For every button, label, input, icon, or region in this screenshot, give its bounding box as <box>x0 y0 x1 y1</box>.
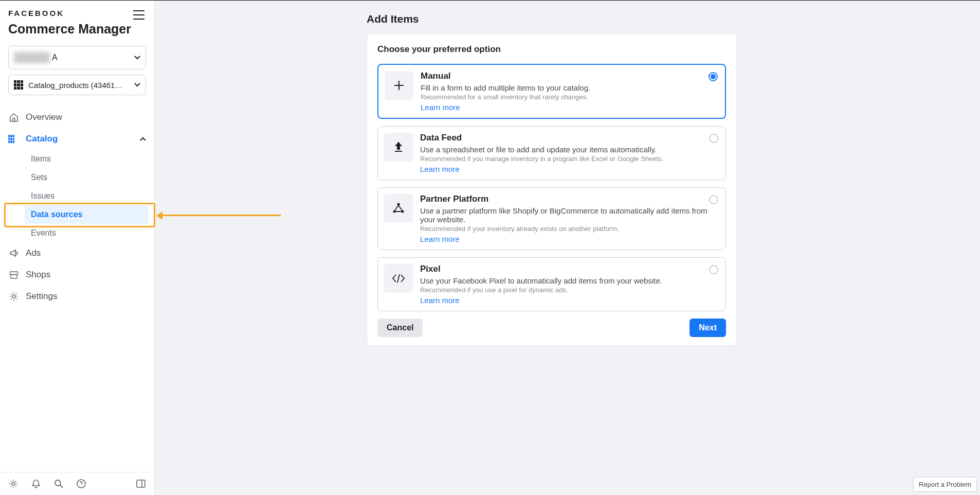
option-title: Partner Platform <box>420 194 719 204</box>
sidebar-footer <box>0 472 154 495</box>
page-title: Add Items <box>155 1 980 25</box>
sidebar-item-settings[interactable]: Settings <box>0 286 154 307</box>
catalog-submenu: Items Sets Issues Data sources Events <box>0 150 154 242</box>
main-content: Add Items Choose your preferred option M… <box>155 1 980 495</box>
svg-point-1 <box>12 482 15 485</box>
megaphone-icon <box>8 247 20 259</box>
caret-down-icon <box>134 56 140 60</box>
option-pixel[interactable]: Pixel Use your Facebook Pixel to automat… <box>377 257 726 311</box>
sidebar-nav: Overview Catalog Items Sets Issues Data … <box>0 107 154 472</box>
account-suffix: A <box>52 53 58 62</box>
sidebar-item-label: Shops <box>26 270 50 280</box>
sidebar-subitem-events[interactable]: Events <box>25 224 148 242</box>
option-desc: Use your Facebook Pixel to automatically… <box>420 276 719 285</box>
option-learn-more[interactable]: Learn more <box>420 296 719 305</box>
sidebar-item-label: Overview <box>26 112 62 122</box>
sidebar-subitem-label: Events <box>31 228 56 237</box>
sidebar-subitem-issues[interactable]: Issues <box>25 187 148 205</box>
sidebar-subitem-data-sources[interactable]: Data sources <box>25 205 148 224</box>
option-title: Pixel <box>420 264 719 274</box>
home-icon <box>8 112 20 123</box>
sidebar: FACEBOOK Commerce Manager A Catalog_prod… <box>0 1 155 495</box>
option-desc: Use a partner platform like Shopify or B… <box>420 206 719 224</box>
option-partner-platform[interactable]: Partner Platform Use a partner platform … <box>377 187 726 250</box>
hamburger-menu-icon[interactable] <box>132 8 146 22</box>
sidebar-item-label: Catalog <box>26 134 58 144</box>
next-button[interactable]: Next <box>689 319 726 337</box>
account-selector[interactable]: A <box>8 46 146 69</box>
option-desc: Use a spreadsheet or file to add and upd… <box>420 145 719 154</box>
sidebar-item-label: Ads <box>26 248 41 258</box>
radio[interactable] <box>709 134 718 143</box>
gear-icon[interactable] <box>7 478 20 490</box>
option-data-feed[interactable]: Data Feed Use a spreadsheet or file to a… <box>377 126 726 180</box>
option-manual[interactable]: Manual Fill in a form to add multiple it… <box>377 64 726 119</box>
sidebar-subitem-label: Data sources <box>31 210 83 219</box>
plus-icon <box>385 71 413 100</box>
radio[interactable] <box>709 195 718 204</box>
option-title: Manual <box>421 71 719 81</box>
svg-point-2 <box>55 480 61 486</box>
sidebar-subitem-label: Items <box>31 154 51 163</box>
option-title: Data Feed <box>420 133 719 143</box>
code-icon <box>384 264 413 293</box>
sidebar-subitem-label: Issues <box>31 191 55 200</box>
chevron-up-icon <box>140 137 146 141</box>
cancel-button[interactable]: Cancel <box>377 319 423 337</box>
svg-rect-4 <box>137 480 145 487</box>
sidebar-subitem-sets[interactable]: Sets <box>25 168 148 187</box>
radio[interactable] <box>709 265 718 274</box>
gear-icon <box>8 291 20 302</box>
sidebar-item-shops[interactable]: Shops <box>0 264 154 286</box>
option-learn-more[interactable]: Learn more <box>421 103 719 112</box>
catalog-icon <box>8 133 20 145</box>
account-name-blurred <box>14 52 50 63</box>
app-title: Commerce Manager <box>8 22 146 37</box>
option-learn-more[interactable]: Learn more <box>420 165 719 173</box>
catalog-selector-text: Catalog_products (43461994... <box>28 81 126 90</box>
option-rec: Recommended if you use a pixel for dynam… <box>420 286 719 294</box>
sidebar-item-ads[interactable]: Ads <box>0 242 154 264</box>
option-rec: Recommended for a small inventory that r… <box>421 93 719 101</box>
card-prompt: Choose your preferred option <box>377 44 726 55</box>
sidebar-subitem-items[interactable]: Items <box>25 150 148 168</box>
sidebar-subitem-label: Sets <box>31 173 47 182</box>
option-rec: Recommended if your inventory already ex… <box>420 225 719 233</box>
brand: FACEBOOK <box>8 9 146 17</box>
add-items-card: Choose your preferred option Manual Fill… <box>367 33 737 346</box>
annotation-arrow <box>157 215 281 216</box>
help-icon[interactable] <box>75 478 87 490</box>
sidebar-header: FACEBOOK Commerce Manager A Catalog_prod… <box>0 1 154 100</box>
shop-icon <box>8 269 20 280</box>
catalog-grid-icon <box>14 80 23 90</box>
panel-toggle-icon[interactable] <box>135 478 147 490</box>
catalog-selector[interactable]: Catalog_products (43461994... <box>8 75 146 95</box>
radio-selected[interactable] <box>709 72 718 81</box>
card-actions: Cancel Next <box>377 319 726 337</box>
option-rec: Recommended if you manage inventory in a… <box>420 155 719 163</box>
svg-point-5 <box>397 203 400 206</box>
bell-icon[interactable] <box>30 478 42 490</box>
sidebar-item-catalog[interactable]: Catalog <box>0 128 154 150</box>
search-icon[interactable] <box>52 478 65 490</box>
caret-down-icon <box>134 83 140 87</box>
option-learn-more[interactable]: Learn more <box>420 235 719 243</box>
option-desc: Fill in a form to add multiple items to … <box>421 83 719 92</box>
network-icon <box>384 194 413 223</box>
sidebar-item-overview[interactable]: Overview <box>0 107 154 128</box>
svg-point-0 <box>12 295 15 298</box>
upload-icon <box>384 133 413 162</box>
report-problem-button[interactable]: Report a Problem <box>913 477 977 492</box>
sidebar-item-label: Settings <box>26 291 57 302</box>
